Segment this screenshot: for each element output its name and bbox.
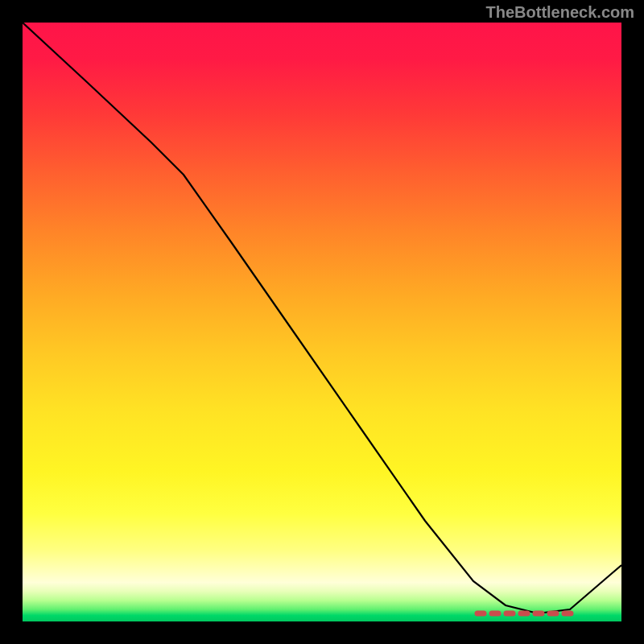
watermark-text: TheBottleneck.com (486, 3, 634, 22)
chart-outer: TheBottleneck.com (0, 0, 644, 644)
chart-svg (23, 23, 621, 621)
bottleneck-curve (23, 23, 621, 613)
plot-area (23, 23, 621, 621)
